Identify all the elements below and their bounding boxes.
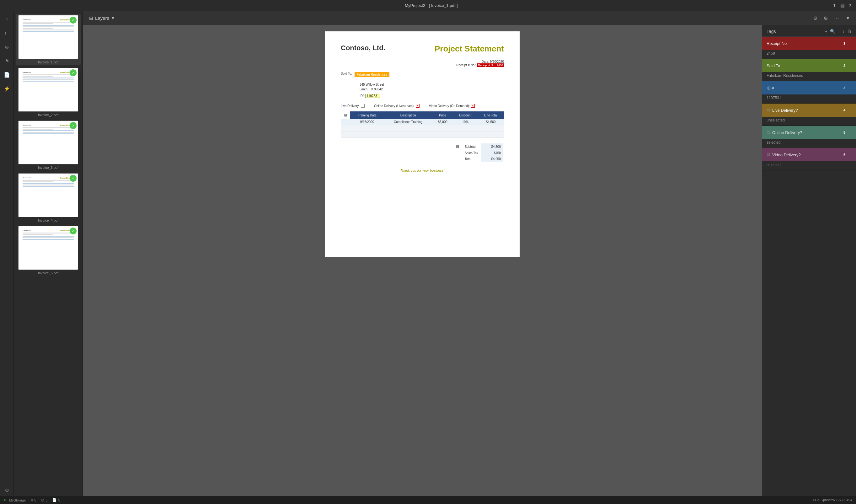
more-button[interactable]: ⋯: [832, 14, 841, 22]
nav-plug-icon[interactable]: ⚡: [1, 83, 13, 94]
help-icon[interactable]: ?: [849, 3, 851, 8]
file-item-1[interactable]: Contoso, Ltd. Project Statement ✓: [16, 14, 81, 65]
layers-chevron-icon: ▼: [111, 16, 115, 20]
tag-row-4[interactable]: ⛓ Live Delivery? 4 ›: [762, 104, 856, 117]
summary-row-tax: Sales Tax $450: [453, 150, 503, 156]
zoom-out-button[interactable]: ⊖: [812, 14, 819, 22]
tag-row-3[interactable]: ID # 3 ›: [762, 81, 856, 94]
tags-add-icon[interactable]: +: [825, 29, 827, 34]
live-delivery-label: Live Delivery:: [341, 104, 360, 108]
title-bar: MyProject2 - [ Invoice_1.pdf ] ⬆ ▤ ?: [0, 0, 856, 11]
tag-chevron-1[interactable]: ›: [850, 41, 852, 46]
summary-grid-icon: ⊞: [456, 144, 459, 149]
row2-icon: [341, 125, 350, 131]
row3-price: [432, 131, 453, 138]
live-delivery-item: Live Delivery:: [341, 104, 364, 108]
tag-value-2: Fabrikam Residences: [762, 72, 856, 81]
file-item-4[interactable]: Contoso, Ltd.Project Statement ✓ Invoice…: [16, 172, 81, 223]
row2-desc: [384, 125, 432, 131]
row1-desc: Compliance Training: [384, 119, 432, 125]
count-1: 5: [34, 498, 36, 502]
tag-row-5[interactable]: ⛓ Online Delivery? 5 ›: [762, 126, 856, 139]
layers-button[interactable]: ⊞ Layers ▼: [87, 14, 117, 22]
doc-viewer[interactable]: Contoso, Ltd. Project Statement Date: 9/…: [83, 25, 762, 496]
row3-desc: [384, 131, 432, 138]
tag-chevron-3[interactable]: ›: [850, 86, 852, 90]
row1-price: $5,000: [432, 119, 453, 125]
total-label: Total: [462, 156, 481, 162]
tag-label-2: Sold To: [767, 64, 841, 68]
tag-value-1: 2468: [762, 50, 856, 59]
invoice-meta: Date: 9/20/2020 Receipt # No.: Receipt #…: [341, 60, 504, 67]
layers-label: Layers: [95, 15, 109, 21]
tag-row-6[interactable]: ⛓ Video Delivery? 6 ›: [762, 148, 856, 161]
tag-item-1: Receipt No 1 › 2468: [762, 37, 856, 59]
col-training-date: Training Date: [350, 111, 384, 119]
file-thumb-2: Contoso, Ltd.Project Statement ✓: [18, 68, 78, 112]
version-info: ⚙ 2.1-preview.1-5305454: [813, 498, 852, 502]
live-delivery-checkbox[interactable]: [361, 104, 364, 108]
tag-chevron-6[interactable]: ›: [850, 152, 852, 157]
file-thumb-5: Contoso, Ltd.Project Statement ✓: [18, 226, 78, 270]
layout-icon[interactable]: ▤: [840, 3, 845, 8]
tag-chevron-5[interactable]: ›: [850, 130, 852, 134]
tax-label: Sales Tax: [462, 150, 481, 156]
tags-up-icon[interactable]: ↑: [838, 29, 840, 34]
count-icon-2: ◎: [41, 498, 44, 502]
nav-home-icon[interactable]: ⌂: [1, 14, 13, 25]
storage-item: ⊛ MyStorage: [4, 498, 26, 502]
tag-num-1: 1: [841, 40, 848, 47]
tag-item-6: ⛓ Video Delivery? 6 › selected: [762, 148, 856, 170]
file-name-4: Invoice_4.pdf: [18, 218, 78, 222]
tag-row-2[interactable]: Sold To 2 ›: [762, 59, 856, 72]
tags-delete-icon[interactable]: 🗑: [847, 29, 852, 34]
file-item-2[interactable]: Contoso, Ltd.Project Statement ✓ Invoice…: [16, 67, 81, 118]
tag-num-4: 4: [841, 107, 848, 114]
tags-search-icon[interactable]: 🔍: [830, 29, 835, 34]
tag-chevron-2[interactable]: ›: [850, 64, 852, 68]
table-row-2: [341, 125, 504, 131]
online-delivery-checkbox[interactable]: ✕: [416, 104, 420, 108]
file-name-2: Invoice_2.pdf: [18, 113, 78, 117]
row2-price: [432, 125, 453, 131]
tag-label-1: Receipt No: [767, 41, 841, 46]
invoice-header: Contoso, Ltd. Project Statement: [341, 44, 504, 54]
file-name-1: Invoice_1.pdf: [18, 60, 78, 64]
tag-row-1[interactable]: Receipt No 1 ›: [762, 37, 856, 50]
nav-tag-icon[interactable]: 🏷: [1, 28, 13, 39]
row1-total: $4,500: [478, 119, 504, 125]
tag-chevron-4[interactable]: ›: [850, 108, 852, 112]
nav-people-icon[interactable]: ⊛: [1, 41, 13, 53]
tax-value: $450: [481, 150, 503, 156]
nav-doc-icon[interactable]: 📄: [1, 69, 13, 80]
nav-flag-icon[interactable]: ⚑: [1, 55, 13, 67]
window-title: MyProject2 - [ Invoice_1.pdf ]: [30, 3, 833, 8]
tag-link-icon-4: ⛓: [767, 108, 770, 112]
id-value: 1197531: [365, 94, 380, 98]
invoice-date: Date: 9/20/2020: [341, 60, 504, 64]
row2-date: [350, 125, 384, 131]
video-delivery-label: Video Delivery (On Demand):: [429, 104, 470, 108]
address-line-1: 345 Willow Street: [360, 82, 504, 87]
file-item-3[interactable]: Contoso, Ltd.Project Statement ✓ Invoice…: [16, 119, 81, 171]
icon-sidebar: ⌂ 🏷 ⊛ ⚑ 📄 ⚡ ⚙: [0, 11, 14, 496]
tag-value-3: 1197531: [762, 94, 856, 103]
share-icon[interactable]: ⬆: [833, 3, 837, 8]
tag-link-icon-6: ⛓: [767, 152, 770, 157]
tags-down-icon[interactable]: ↓: [842, 29, 845, 34]
tag-label-6: Video Delivery?: [772, 152, 841, 157]
zoom-in-button[interactable]: ⊕: [822, 14, 830, 22]
tag-label-4: Live Delivery?: [772, 108, 841, 113]
count-item-2: ◎ 5: [41, 498, 47, 502]
count-item-3: 📄 5: [52, 498, 60, 502]
video-delivery-item: Video Delivery (On Demand): ✕: [429, 104, 475, 108]
panel-toggle-button[interactable]: ▼: [843, 14, 852, 22]
nav-settings-icon[interactable]: ⚙: [1, 485, 13, 496]
sold-to-value: Fabrikam Residences: [355, 72, 389, 77]
file-item-5[interactable]: Contoso, Ltd.Project Statement ✓ Invoice…: [16, 225, 81, 276]
video-delivery-checkbox[interactable]: ✕: [471, 104, 475, 108]
id-line: ID# 1197531: [360, 94, 504, 97]
version-text: 2.1-preview.1-5305454: [817, 498, 852, 502]
mini-invoice-1: Contoso, Ltd. Project Statement: [21, 18, 75, 56]
delivery-section: Live Delivery: Online Delivery (Livestre…: [341, 104, 504, 108]
